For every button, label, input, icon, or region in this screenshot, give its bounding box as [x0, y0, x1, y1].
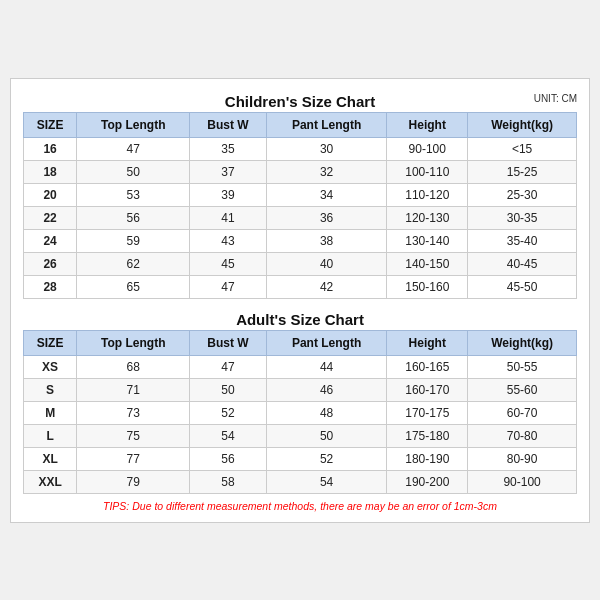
table-row: 28654742150-16045-50: [24, 275, 577, 298]
tips-text: TIPS: Due to different measurement metho…: [23, 500, 577, 512]
col-header-weight-a: Weight(kg): [468, 330, 577, 355]
col-header-size-a: SIZE: [24, 330, 77, 355]
table-cell: 45-50: [468, 275, 577, 298]
table-cell: 38: [266, 229, 387, 252]
table-cell: 70-80: [468, 424, 577, 447]
table-cell: 25-30: [468, 183, 577, 206]
table-cell: S: [24, 378, 77, 401]
table-cell: 35: [190, 137, 266, 160]
table-cell: 50: [266, 424, 387, 447]
col-header-toplength-a: Top Length: [77, 330, 190, 355]
table-cell: 36: [266, 206, 387, 229]
table-cell: 22: [24, 206, 77, 229]
col-header-pantlength-c: Pant Length: [266, 112, 387, 137]
table-cell: 53: [77, 183, 190, 206]
table-row: XS684744160-16550-55: [24, 355, 577, 378]
table-cell: 77: [77, 447, 190, 470]
table-cell: 120-130: [387, 206, 468, 229]
table-cell: 79: [77, 470, 190, 493]
table-cell: 90-100: [387, 137, 468, 160]
unit-label: UNIT: CM: [534, 93, 577, 104]
table-cell: 15-25: [468, 160, 577, 183]
table-row: XXL795854190-20090-100: [24, 470, 577, 493]
table-row: 26624540140-15040-45: [24, 252, 577, 275]
table-cell: 41: [190, 206, 266, 229]
children-section-title: Children's Size Chart UNIT: CM: [23, 89, 577, 112]
table-cell: 50-55: [468, 355, 577, 378]
table-cell: XL: [24, 447, 77, 470]
table-cell: 100-110: [387, 160, 468, 183]
adult-size-table: SIZE Top Length Bust W Pant Length Heigh…: [23, 330, 577, 494]
table-cell: 175-180: [387, 424, 468, 447]
table-cell: 34: [266, 183, 387, 206]
table-cell: 26: [24, 252, 77, 275]
table-cell: 56: [190, 447, 266, 470]
table-cell: 180-190: [387, 447, 468, 470]
table-cell: XS: [24, 355, 77, 378]
table-cell: 170-175: [387, 401, 468, 424]
table-row: 20533934110-12025-30: [24, 183, 577, 206]
table-cell: 18: [24, 160, 77, 183]
table-row: XL775652180-19080-90: [24, 447, 577, 470]
children-title-text: Children's Size Chart: [225, 93, 375, 110]
table-cell: 46: [266, 378, 387, 401]
table-cell: 71: [77, 378, 190, 401]
table-cell: 50: [77, 160, 190, 183]
table-cell: 55-60: [468, 378, 577, 401]
table-cell: 32: [266, 160, 387, 183]
table-cell: 47: [190, 355, 266, 378]
table-cell: XXL: [24, 470, 77, 493]
table-cell: M: [24, 401, 77, 424]
table-cell: 110-120: [387, 183, 468, 206]
table-cell: 75: [77, 424, 190, 447]
table-cell: 45: [190, 252, 266, 275]
adult-section-title: Adult's Size Chart: [23, 307, 577, 330]
table-cell: 160-165: [387, 355, 468, 378]
table-cell: 16: [24, 137, 77, 160]
table-cell: 56: [77, 206, 190, 229]
table-cell: 65: [77, 275, 190, 298]
table-cell: 20: [24, 183, 77, 206]
table-cell: 190-200: [387, 470, 468, 493]
table-cell: 73: [77, 401, 190, 424]
table-cell: 54: [266, 470, 387, 493]
table-row: 22564136120-13030-35: [24, 206, 577, 229]
table-cell: 62: [77, 252, 190, 275]
children-header-row: SIZE Top Length Bust W Pant Length Heigh…: [24, 112, 577, 137]
table-cell: 39: [190, 183, 266, 206]
table-cell: 43: [190, 229, 266, 252]
table-cell: 59: [77, 229, 190, 252]
table-cell: 68: [77, 355, 190, 378]
table-cell: 35-40: [468, 229, 577, 252]
table-row: 24594338130-14035-40: [24, 229, 577, 252]
table-cell: 30: [266, 137, 387, 160]
table-cell: 52: [266, 447, 387, 470]
table-row: S715046160-17055-60: [24, 378, 577, 401]
table-cell: 50: [190, 378, 266, 401]
table-cell: 130-140: [387, 229, 468, 252]
table-cell: 58: [190, 470, 266, 493]
col-header-height-a: Height: [387, 330, 468, 355]
col-header-weight-c: Weight(kg): [468, 112, 577, 137]
table-cell: 160-170: [387, 378, 468, 401]
table-cell: 44: [266, 355, 387, 378]
table-row: 18503732100-11015-25: [24, 160, 577, 183]
table-cell: 42: [266, 275, 387, 298]
adult-title-text: Adult's Size Chart: [236, 311, 364, 328]
table-cell: L: [24, 424, 77, 447]
table-cell: 54: [190, 424, 266, 447]
table-cell: 30-35: [468, 206, 577, 229]
table-cell: 90-100: [468, 470, 577, 493]
table-cell: <15: [468, 137, 577, 160]
table-row: 1647353090-100<15: [24, 137, 577, 160]
table-cell: 47: [190, 275, 266, 298]
col-header-toplength-c: Top Length: [77, 112, 190, 137]
table-cell: 37: [190, 160, 266, 183]
col-header-height-c: Height: [387, 112, 468, 137]
col-header-bustw-a: Bust W: [190, 330, 266, 355]
table-cell: 40: [266, 252, 387, 275]
table-cell: 60-70: [468, 401, 577, 424]
table-cell: 28: [24, 275, 77, 298]
children-size-table: SIZE Top Length Bust W Pant Length Heigh…: [23, 112, 577, 299]
table-cell: 140-150: [387, 252, 468, 275]
